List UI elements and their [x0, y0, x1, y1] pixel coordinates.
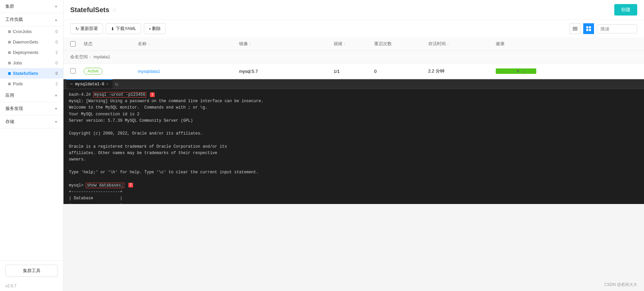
namespace-row: 命名空间： mydata1	[63, 51, 644, 64]
sidebar-cluster-section[interactable]: 集群 ▼	[0, 0, 63, 13]
sidebar-apps-label: 应用	[5, 92, 14, 98]
image-column-header: 镜像 ↕	[239, 41, 334, 47]
create-button[interactable]: 创建	[614, 4, 637, 16]
sidebar-item-statefulsets[interactable]: StatefulSets 0	[0, 68, 63, 79]
sidebar-storage-section[interactable]: 存储 ▼	[0, 115, 63, 128]
terminal-refresh-icon[interactable]: ↻	[115, 81, 119, 87]
svg-rect-2	[573, 30, 577, 30]
statefulset-name-link[interactable]: mysqldata1	[138, 69, 160, 74]
download-yaml-button[interactable]: ⬇ 下载YAML	[106, 23, 141, 34]
sidebar-item-deployments[interactable]: Deployments 2	[0, 47, 63, 58]
uptime-column-header: 存活时间 ↕	[428, 41, 496, 47]
row-checkbox[interactable]	[70, 68, 76, 74]
sidebar-version: v2.6.7	[0, 281, 63, 291]
grid-view-button[interactable]	[583, 23, 594, 34]
status-badge: Active	[84, 68, 102, 75]
watermark: CSDN @惹闲大大	[604, 282, 637, 288]
sidebar-apps-section[interactable]: 应用 ▼	[0, 89, 63, 102]
terminal-line-5: Server version: 5.7.39 MySQL Community S…	[69, 118, 639, 124]
terminal-cmd-highlight-2: show databases;	[86, 183, 124, 188]
image-sort-icon[interactable]: ↕	[249, 42, 251, 46]
sidebar-workload-arrow: ▲	[54, 18, 58, 22]
sidebar-item-daemonsets[interactable]: DaemonSets 0	[0, 37, 63, 47]
ready-sort-icon[interactable]: ↕	[344, 42, 345, 46]
terminal-body[interactable]: bash-4.2# mysql -uroot -p123456 1 mysql:…	[63, 89, 644, 204]
name-sort-icon[interactable]: ↕	[148, 42, 150, 46]
terminal-close-button[interactable]: ×	[106, 83, 108, 86]
table-row: Active mysqldata1 mysql:5.7 1/1 0 2.2 分钟…	[63, 64, 644, 79]
terminal-line-17: | Database |	[69, 195, 639, 202]
delete-button[interactable]: ▪ 删除	[144, 23, 166, 34]
page-title: StatefulSets	[70, 6, 109, 14]
list-view-button[interactable]	[570, 23, 581, 34]
list-view-icon	[572, 26, 578, 31]
sidebar-storage-arrow: ▼	[54, 120, 58, 124]
star-icon[interactable]: ☆	[112, 7, 117, 13]
sidebar-workload-label: 工作负载	[5, 17, 23, 23]
sidebar: 集群 ▼ 工作负载 ▲ CronJobs 0 DaemonSets 0 Depl…	[0, 0, 63, 291]
sidebar-service-discovery-section[interactable]: 服务发现 ▼	[0, 102, 63, 115]
svg-rect-0	[573, 27, 577, 28]
redeploy-button[interactable]: ↻ 重新部署	[70, 23, 103, 34]
more-options-icon[interactable]: ⋮	[521, 68, 527, 75]
download-icon: ⬇	[111, 26, 114, 31]
terminal-line-8	[69, 137, 639, 143]
terminal-line-3: Welcome to the MySQL monitor. Commands e…	[69, 105, 639, 111]
delete-icon: ▪	[149, 26, 151, 31]
terminal-line-18: +--------------------+	[69, 202, 639, 204]
terminal-line-10: affiliates. Other names may be trademark…	[69, 150, 639, 156]
terminal-line-9: Oracle is a registered trademark of Orac…	[69, 144, 639, 150]
sidebar-cluster-arrow: ▼	[54, 5, 58, 8]
terminal-line-1: bash-4.2# mysql -uroot -p123456 1	[69, 92, 639, 98]
sidebar-item-jobs[interactable]: Jobs 0	[0, 58, 63, 68]
search-input[interactable]	[597, 24, 637, 33]
terminal-line-7: Copyright (c) 2000, 2022, Oracle and/or …	[69, 130, 639, 137]
terminal-tab-label: ~ mysqldata1-0	[70, 82, 104, 87]
status-column-header: 状态	[84, 41, 138, 47]
terminal-cmd-highlight-1: mysql -uroot -p123456	[93, 92, 146, 97]
toolbar-right	[570, 23, 637, 34]
terminal-line-13: Type 'help;' or '\h' for help. Type '\c'…	[69, 169, 639, 176]
sidebar-service-discovery-arrow: ▼	[54, 107, 58, 111]
restarts-column-header: 重启次数	[374, 41, 428, 47]
svg-rect-1	[573, 28, 577, 29]
terminal-line-2: mysql: [Warning] Using a password on the…	[69, 98, 639, 105]
terminal-line-16: +--------------------+	[69, 189, 639, 195]
sidebar-cluster-label: 集群	[5, 3, 14, 9]
sidebar-item-cronjobs[interactable]: CronJobs 0	[0, 26, 63, 37]
svg-rect-4	[589, 26, 591, 28]
select-all-checkbox[interactable]	[70, 41, 76, 47]
refresh-icon: ↻	[75, 26, 79, 31]
table-header: 状态 名称 ↕ 镜像 ↕ 就绪 ↕ 重启次数 存活时间 ↕ 健康	[63, 37, 644, 51]
top-panel: StatefulSets ☆ 创建 ↻ 重新部署 ⬇ 下载YAML	[63, 0, 644, 79]
terminal-line-6	[69, 124, 639, 130]
page-title-row: StatefulSets ☆	[70, 6, 117, 14]
terminal-line-15: mysql> show databases; 2	[69, 182, 639, 189]
terminal-tab-mysqldata1[interactable]: ~ mysqldata1-0 ×	[66, 79, 112, 89]
toolbar: ↻ 重新部署 ⬇ 下载YAML ▪ 删除	[63, 20, 644, 37]
restarts-cell: 0	[374, 69, 428, 74]
svg-rect-5	[586, 29, 588, 31]
table-container: 状态 名称 ↕ 镜像 ↕ 就绪 ↕ 重启次数 存活时间 ↕ 健康 命名空间： m…	[63, 37, 644, 79]
content-area: StatefulSets ☆ 创建 ↻ 重新部署 ⬇ 下载YAML	[63, 0, 644, 291]
name-column-header: 名称 ↕	[138, 41, 239, 47]
sidebar-item-pods[interactable]: Pods 2	[0, 79, 63, 89]
toolbar-left: ↻ 重新部署 ⬇ 下载YAML ▪ 删除	[70, 23, 166, 34]
terminal-line-14	[69, 176, 639, 182]
ready-column-header: 就绪 ↕	[334, 41, 374, 47]
uptime-sort-icon[interactable]: ↕	[447, 42, 449, 46]
svg-rect-6	[589, 29, 591, 31]
terminal-line-11: owners.	[69, 156, 639, 163]
sidebar-storage-label: 存储	[5, 119, 14, 125]
terminal-tabs: ~ mysqldata1-0 × ↻	[63, 79, 644, 89]
cluster-tools-button[interactable]: 集群工具	[5, 265, 58, 277]
grid-view-icon	[586, 26, 591, 31]
terminal-line-4: Your MySQL connection id is 2	[69, 111, 639, 118]
top-header: StatefulSets ☆ 创建	[63, 0, 644, 20]
expand-icon[interactable]: ▼	[516, 69, 520, 74]
sidebar-tools-area: 集群工具	[0, 260, 63, 281]
terminal-panel: ~ mysqldata1-0 × ↻ bash-4.2# mysql -uroo…	[63, 79, 644, 204]
sidebar-service-discovery-label: 服务发现	[5, 106, 23, 112]
image-cell: mysql:5.7	[239, 69, 334, 74]
sidebar-workload-section[interactable]: 工作负载 ▲	[0, 13, 63, 26]
